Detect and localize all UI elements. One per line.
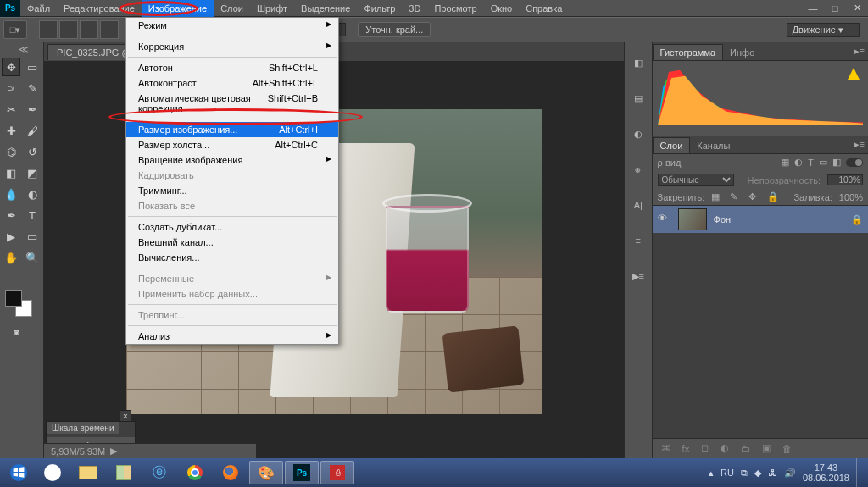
link-layers-icon[interactable]: ⌘ bbox=[661, 443, 670, 454]
selection-new[interactable] bbox=[39, 20, 58, 39]
lang-indicator[interactable]: RU bbox=[721, 468, 734, 478]
menu-item[interactable]: Режим▶ bbox=[126, 18, 338, 33]
taskbar-firefox-icon[interactable] bbox=[214, 461, 248, 484]
healing-tool[interactable]: ✚ bbox=[2, 121, 20, 140]
menu-файл[interactable]: Файл bbox=[20, 0, 57, 17]
taskbar-ie-icon[interactable]: ⓔ bbox=[142, 461, 176, 484]
new-group-icon[interactable]: 🗀 bbox=[741, 444, 750, 454]
menu-выделение[interactable]: Выделение bbox=[294, 0, 357, 17]
filter-pixel-icon[interactable]: ▦ bbox=[781, 157, 789, 168]
history-brush-tool[interactable]: ↺ bbox=[23, 142, 42, 161]
close-button[interactable]: ✕ bbox=[846, 0, 868, 17]
taskbar-yandex-icon[interactable] bbox=[36, 461, 70, 484]
opacity-value[interactable]: 100% bbox=[827, 174, 863, 185]
move-tool[interactable]: ✥ bbox=[2, 58, 20, 76]
color-swatches[interactable] bbox=[5, 290, 37, 322]
lasso-tool[interactable]: ⟉ bbox=[2, 79, 20, 97]
menu-фильтр[interactable]: Фильтр bbox=[357, 0, 402, 17]
menu-слои[interactable]: Слои bbox=[214, 0, 250, 17]
taskbar-paint-icon[interactable]: 🎨 bbox=[249, 461, 283, 484]
lock-position-icon[interactable]: ✎ bbox=[730, 191, 742, 203]
tool-preset-icon[interactable]: □▾ bbox=[3, 20, 27, 39]
blend-mode-select[interactable]: Обычные bbox=[658, 174, 734, 186]
menu-изображение[interactable]: Изображение bbox=[142, 0, 214, 17]
menu-item[interactable]: Вращение изображения▶ bbox=[126, 152, 338, 168]
menu-item[interactable]: Внешний канал... bbox=[126, 235, 338, 250]
new-layer-icon[interactable]: ▣ bbox=[762, 443, 771, 454]
maximize-button[interactable]: □ bbox=[824, 0, 846, 17]
tray-icon[interactable]: ⧉ bbox=[741, 468, 748, 479]
menu-item[interactable]: Вычисления... bbox=[126, 250, 338, 265]
start-button[interactable] bbox=[3, 461, 34, 484]
taskbar-photoshop-icon[interactable]: Ps bbox=[285, 461, 319, 484]
crop-tool[interactable]: ✂ bbox=[2, 100, 20, 119]
quickmask-icon[interactable]: ◙ bbox=[14, 327, 19, 337]
filter-type-icon[interactable]: T bbox=[808, 158, 814, 168]
menu-item[interactable]: Тримминг... bbox=[126, 183, 338, 198]
shape-tool[interactable]: ▭ bbox=[23, 227, 42, 246]
taskbar-totalcmd-icon[interactable] bbox=[107, 461, 141, 484]
new-fill-icon[interactable]: ◐ bbox=[721, 443, 729, 454]
visibility-icon[interactable]: 👁 bbox=[658, 213, 671, 226]
menu-item[interactable]: Размер холста...Alt+Ctrl+C bbox=[126, 137, 338, 152]
fill-value[interactable]: 100% bbox=[839, 192, 863, 202]
layer-thumbnail[interactable] bbox=[678, 208, 707, 230]
filter-adjust-icon[interactable]: ◐ bbox=[794, 157, 803, 168]
eraser-tool[interactable]: ◧ bbox=[2, 163, 20, 182]
menu-item[interactable]: АвтоконтрастAlt+Shift+Ctrl+L bbox=[126, 75, 338, 91]
color-panel-icon[interactable]: ◧ bbox=[630, 54, 647, 71]
filter-smart-icon[interactable]: ◧ bbox=[832, 157, 841, 168]
character-panel-icon[interactable]: A| bbox=[630, 196, 647, 213]
pen-tool[interactable]: ✒ bbox=[2, 206, 20, 224]
blur-tool[interactable]: 💧 bbox=[2, 185, 20, 203]
tab-channels[interactable]: Каналы bbox=[690, 138, 737, 153]
toolbox-collapse-icon[interactable]: ≪ bbox=[19, 44, 29, 55]
adjustments-panel-icon[interactable]: ◐ bbox=[630, 125, 647, 142]
layer-mask-icon[interactable]: ◻ bbox=[701, 443, 709, 454]
quick-select-tool[interactable]: ✎ bbox=[23, 79, 42, 97]
gradient-tool[interactable]: ◩ bbox=[23, 163, 42, 182]
taskbar-clock[interactable]: 17:43 08.06.2018 bbox=[803, 462, 849, 483]
workspace-select[interactable]: Движение ▾ bbox=[787, 23, 860, 37]
selection-subtract[interactable] bbox=[80, 20, 98, 39]
path-select-tool[interactable]: ▶ bbox=[2, 227, 20, 246]
menu-просмотр[interactable]: Просмотр bbox=[427, 0, 483, 17]
selection-add[interactable] bbox=[59, 20, 78, 39]
menu-item[interactable]: Автоматическая цветовая коррекцияShift+C… bbox=[126, 91, 338, 116]
menu-item[interactable]: Коррекция▶ bbox=[126, 39, 338, 54]
menu-item[interactable]: Размер изображения...Alt+Ctrl+I bbox=[126, 122, 338, 137]
menu-item[interactable]: Анализ▶ bbox=[126, 329, 338, 344]
dodge-tool[interactable]: ◐ bbox=[23, 185, 42, 203]
status-arrow-icon[interactable]: ▶ bbox=[110, 445, 117, 457]
menu-справка[interactable]: Справка bbox=[519, 0, 569, 17]
menu-окно[interactable]: Окно bbox=[484, 0, 520, 17]
paragraph-panel-icon[interactable]: ≡ bbox=[630, 232, 647, 249]
show-desktop-button[interactable] bbox=[856, 458, 865, 487]
tray-security-icon[interactable]: ◆ bbox=[754, 468, 761, 479]
menu-item[interactable]: АвтотонShift+Ctrl+L bbox=[126, 60, 338, 75]
timeline-close-icon[interactable]: × bbox=[120, 410, 131, 422]
tab-histogram[interactable]: Гистограмма bbox=[653, 44, 724, 60]
fg-color[interactable] bbox=[5, 290, 22, 307]
taskbar-chrome-icon[interactable] bbox=[178, 461, 212, 484]
panel-menu-icon[interactable]: ▸≡ bbox=[854, 46, 865, 57]
type-tool[interactable]: T bbox=[23, 206, 42, 224]
layer-fx-icon[interactable]: fx bbox=[682, 444, 690, 454]
layer-row[interactable]: 👁 Фон 🔒 bbox=[653, 206, 868, 233]
tab-info[interactable]: Инфо bbox=[723, 45, 761, 60]
brush-tool[interactable]: 🖌 bbox=[23, 121, 42, 140]
filter-shape-icon[interactable]: ▭ bbox=[819, 157, 827, 168]
hand-tool[interactable]: ✋ bbox=[2, 248, 20, 267]
swatches-panel-icon[interactable]: ▤ bbox=[630, 90, 647, 107]
taskbar-explorer-icon[interactable] bbox=[71, 461, 105, 484]
minimize-button[interactable]: — bbox=[802, 0, 824, 17]
menu-item[interactable]: Создать дубликат... bbox=[126, 219, 338, 235]
layer-name[interactable]: Фон bbox=[714, 214, 732, 224]
selection-intersect[interactable] bbox=[100, 20, 119, 39]
filter-toggle[interactable] bbox=[846, 158, 863, 167]
menu-шрифт[interactable]: Шрифт bbox=[250, 0, 294, 17]
lock-pixels-icon[interactable]: ▦ bbox=[711, 191, 723, 203]
marquee-tool[interactable]: ▭ bbox=[23, 58, 42, 76]
tab-layers[interactable]: Слои bbox=[653, 137, 691, 153]
tray-network-icon[interactable]: 🖧 bbox=[768, 468, 777, 478]
